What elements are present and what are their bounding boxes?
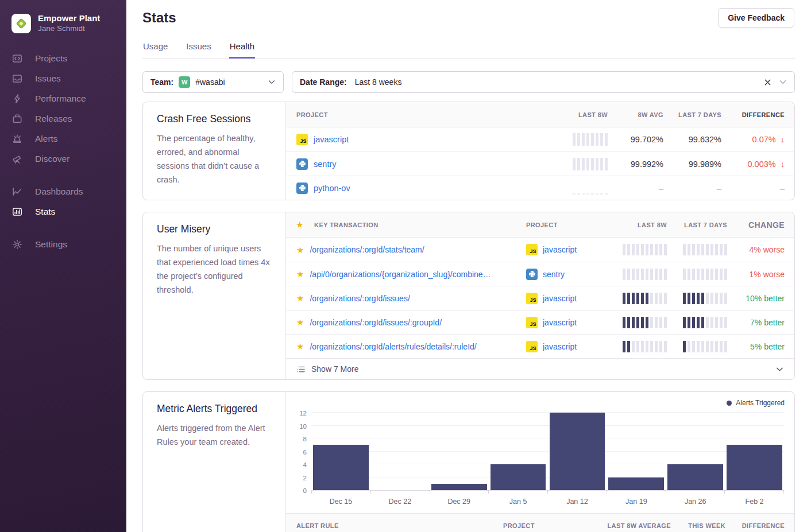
- bar-slot: [489, 413, 548, 490]
- bar-slot: [370, 413, 430, 490]
- sidebar-item-discover[interactable]: Discover: [11, 150, 115, 168]
- bar-feb-2: [727, 445, 782, 490]
- transaction-link[interactable]: /organizations/:orgId/issues/:groupId/: [310, 318, 442, 327]
- javascript-platform-icon: JS: [526, 244, 538, 255]
- sidebar-item-label: Issues: [35, 73, 61, 84]
- change-value: 7% better: [727, 318, 785, 327]
- user-misery-table-header: ★KEY TRANSACTION PROJECT LAST 8W LAST 7 …: [286, 212, 794, 238]
- column-this-week: THIS WEEK: [671, 522, 725, 529]
- avg-value: 99.702%: [608, 135, 663, 144]
- last-7-days-value: 99.632%: [663, 135, 721, 144]
- trend-sparkline: [573, 182, 608, 195]
- column-project: PROJECT: [526, 222, 607, 228]
- user-misery-panel: User Misery The number of unique users t…: [142, 212, 795, 380]
- dashboards-icon: [11, 187, 23, 197]
- trend-sparkline: [573, 158, 608, 170]
- x-axis-tick-label: Jan 19: [607, 498, 666, 506]
- chart-legend-alerts-triggered[interactable]: Alerts Triggered: [727, 399, 785, 407]
- project-link[interactable]: javascript: [314, 135, 349, 144]
- date-range-filter[interactable]: Date Range: Last 8 weeks: [292, 71, 795, 93]
- x-axis-tick-label: Dec 29: [430, 498, 489, 506]
- bar-slot: [548, 413, 607, 490]
- team-filter[interactable]: Team: W #wasabi: [142, 71, 284, 93]
- column-key-transaction: KEY TRANSACTION: [314, 222, 379, 228]
- column-last-8w: LAST 8W: [550, 111, 608, 118]
- metric-alerts-panel: Metric Alerts Triggered Alerts triggered…: [142, 391, 795, 532]
- show-more-button[interactable]: Show 7 More: [286, 358, 794, 379]
- star-icon: ★: [296, 221, 303, 228]
- transaction-link[interactable]: /organizations/:orgId/stats/team/: [310, 245, 424, 254]
- sidebar-item-label: Releases: [35, 114, 72, 124]
- stats-icon: [11, 207, 23, 217]
- transaction-link[interactable]: /organizations/:orgId/issues/: [310, 294, 410, 303]
- sidebar-item-alerts[interactable]: Alerts: [11, 130, 115, 147]
- sidebar-item-performance[interactable]: Performance: [11, 90, 115, 107]
- arrow-down-icon: ↓: [781, 160, 785, 169]
- crash-free-title: Crash Free Sessions: [157, 113, 272, 125]
- last-8w-sparkline: [623, 341, 667, 352]
- show-more-label: Show 7 More: [311, 364, 358, 374]
- org-switcher[interactable]: Empower Plant Jane Schmidt: [0, 0, 126, 44]
- x-axis-tick-label: Feb 2: [725, 498, 784, 506]
- last-7-days-sparkline: [683, 293, 727, 304]
- project-link[interactable]: javascript: [543, 294, 577, 303]
- clear-icon[interactable]: [764, 79, 771, 86]
- star-icon: ★: [296, 294, 304, 302]
- project-link[interactable]: sentry: [314, 160, 337, 169]
- sidebar-item-label: Projects: [35, 53, 67, 64]
- performance-icon: [11, 94, 23, 104]
- project-link[interactable]: sentry: [543, 270, 565, 279]
- y-axis-tick-label: 12: [288, 410, 307, 417]
- column-8w-avg: 8W AVG: [608, 111, 663, 118]
- metric-alerts-title: Metric Alerts Triggered: [157, 403, 272, 415]
- last-7-days-sparkline: [683, 269, 727, 280]
- bar-dec-15: [313, 445, 369, 490]
- transaction-link[interactable]: /api/0/organizations/{organization_slug}…: [310, 270, 491, 279]
- alerts-icon: [11, 134, 23, 144]
- star-icon: ★: [296, 318, 304, 327]
- transaction-link[interactable]: /organizations/:orgId/alerts/rules/detai…: [310, 342, 476, 351]
- y-axis-tick-label: 0: [288, 487, 307, 494]
- tab-health[interactable]: Health: [229, 41, 255, 59]
- settings-icon: [11, 239, 23, 250]
- avg-value: –: [608, 184, 663, 193]
- sidebar-item-stats[interactable]: Stats: [11, 203, 115, 220]
- list-icon: [296, 365, 305, 374]
- y-axis-tick-label: 10: [288, 423, 307, 430]
- sidebar-item-dashboards[interactable]: Dashboards: [11, 183, 115, 200]
- bar-slot: [666, 413, 725, 490]
- legend-label: Alerts Triggered: [736, 399, 785, 407]
- column-last-7-days: LAST 7 DAYS: [663, 111, 721, 118]
- date-range-value: Last 8 weeks: [355, 77, 402, 87]
- sidebar-item-settings[interactable]: Settings: [11, 236, 115, 253]
- column-alert-rule: ALERT RULE: [296, 522, 503, 529]
- tab-usage[interactable]: Usage: [142, 41, 168, 59]
- bar-slot: [607, 413, 666, 490]
- table-row: ★ /organizations/:orgId/issues/:groupId/…: [286, 310, 794, 334]
- project-link[interactable]: javascript: [543, 342, 577, 351]
- chevron-down-icon[interactable]: [779, 78, 787, 86]
- sidebar-item-issues[interactable]: Issues: [11, 70, 115, 87]
- bar-slot: [725, 413, 784, 490]
- tab-issues[interactable]: Issues: [186, 41, 211, 59]
- give-feedback-button[interactable]: Give Feedback: [718, 8, 794, 28]
- project-link[interactable]: javascript: [543, 318, 577, 327]
- x-axis-labels: Dec 15Dec 22Dec 29Jan 5Jan 12Jan 19Jan 2…: [311, 498, 784, 506]
- team-avatar: W: [179, 76, 190, 88]
- table-row: ★ /organizations/:orgId/issues/ JSjavasc…: [286, 286, 794, 310]
- topbar: Stats Give Feedback Usage Issues Health: [126, 0, 811, 59]
- sidebar-item-releases[interactable]: Releases: [11, 110, 115, 127]
- last-7-days-sparkline: [683, 341, 727, 352]
- sidebar-item-projects[interactable]: Projects: [11, 50, 115, 67]
- main-area: Stats Give Feedback Usage Issues Health …: [126, 0, 811, 532]
- x-axis-tick-label: Jan 12: [548, 498, 607, 506]
- bar-slot: [311, 413, 370, 490]
- x-axis-tick-label: Dec 22: [370, 498, 430, 506]
- star-icon: ★: [296, 342, 304, 351]
- table-row: sentry 99.992% 99.989% 0.003% ↓: [286, 152, 794, 176]
- project-link[interactable]: javascript: [543, 245, 577, 254]
- table-row: ★ /api/0/organizations/{organization_slu…: [286, 262, 794, 286]
- bar-slot: [430, 413, 489, 490]
- crash-free-table-header: PROJECT LAST 8W 8W AVG LAST 7 DAYS DIFFE…: [286, 102, 794, 127]
- project-link[interactable]: python-ov: [314, 184, 350, 193]
